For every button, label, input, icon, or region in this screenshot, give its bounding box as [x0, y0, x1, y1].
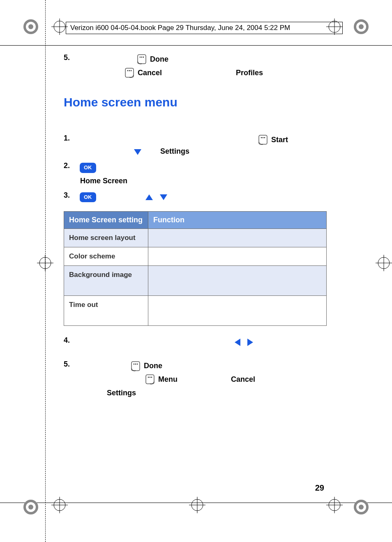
arrow-down-icon: [134, 149, 141, 155]
registration-mark-icon: [21, 16, 41, 37]
svg-rect-41: [259, 135, 267, 144]
svg-point-20: [28, 505, 33, 510]
svg-point-36: [143, 57, 144, 58]
svg-rect-49: [146, 375, 154, 384]
print-header: Verizon i600 04-05-04.book Page 29 Thurs…: [66, 22, 343, 34]
arrow-up-icon: [145, 194, 153, 200]
start-label: Start: [271, 136, 288, 144]
svg-point-39: [129, 70, 130, 71]
setting-cell: Background image: [64, 265, 148, 295]
function-cell: [148, 295, 327, 325]
svg-point-52: [151, 377, 152, 378]
svg-point-32: [359, 505, 364, 510]
arrow-left-icon: [235, 339, 240, 346]
svg-point-34: [140, 57, 141, 58]
crosshair-icon: [51, 497, 68, 513]
function-cell: [148, 228, 327, 247]
svg-point-40: [131, 70, 131, 71]
registration-mark-icon: [351, 497, 371, 517]
svg-point-47: [135, 363, 136, 364]
svg-point-46: [134, 363, 134, 364]
profiles-label: Profiles: [236, 69, 263, 77]
home-screen-settings-table: Home Screen setting Function Home screen…: [64, 211, 327, 326]
svg-point-48: [137, 363, 138, 364]
crosshair-icon: [37, 255, 53, 271]
softkey-left-icon: [131, 361, 140, 372]
softkey-left-icon: [137, 54, 146, 65]
cancel-label: Cancel: [231, 375, 255, 383]
arrow-down-icon: [160, 194, 167, 200]
crosshair-icon: [51, 18, 68, 35]
svg-point-35: [141, 57, 142, 58]
svg-point-11: [359, 24, 364, 29]
crosshair-icon: [376, 255, 392, 271]
function-cell: [148, 265, 327, 295]
step-4: 4.: [64, 336, 327, 348]
step-number: 3.: [64, 191, 78, 200]
svg-point-43: [263, 137, 263, 138]
step-number: 5.: [64, 53, 78, 62]
table-row: Color scheme: [64, 247, 327, 265]
step-number: 5.: [64, 360, 78, 369]
svg-point-2: [28, 24, 33, 29]
settings-label: Settings: [107, 389, 136, 397]
step-2: 2. OK Home Screen: [64, 161, 327, 187]
section-heading: Home screen menu: [64, 95, 327, 109]
registration-mark-icon: [351, 16, 371, 37]
settings-label: Settings: [160, 147, 189, 155]
softkey-right-icon: [145, 374, 154, 385]
crosshair-icon: [326, 497, 343, 513]
step-5-bottom: 5. Done Menu Cancel Settings: [64, 360, 327, 399]
svg-point-42: [261, 137, 262, 138]
softkey-right-icon: [125, 68, 134, 78]
setting-cell: Home screen layout: [64, 228, 148, 247]
step-number: 1.: [64, 134, 78, 143]
registration-mark-icon: [21, 497, 41, 517]
svg-point-38: [127, 70, 128, 71]
svg-rect-37: [125, 68, 134, 77]
table-header-function: Function: [148, 211, 327, 228]
table-row: Home screen layout: [64, 228, 327, 247]
step-1: 1. Start Settings: [64, 134, 327, 158]
done-label: Done: [150, 55, 168, 63]
svg-point-44: [264, 137, 265, 138]
step-5-top: 5. Done Cancel Profiles: [64, 53, 327, 79]
home-screen-label: Home Screen: [80, 177, 127, 185]
function-cell: [148, 247, 327, 265]
table-header-setting: Home Screen setting: [64, 211, 148, 228]
step-number: 2.: [64, 161, 78, 170]
softkey-left-icon: [258, 135, 267, 145]
menu-label: Menu: [158, 375, 178, 383]
step-3: 3. OK: [64, 191, 327, 203]
ok-button-icon: OK: [80, 163, 96, 173]
setting-cell: Time out: [64, 295, 148, 325]
step-number: 4.: [64, 336, 78, 345]
svg-point-50: [148, 377, 149, 378]
page-number: 29: [315, 483, 324, 493]
crosshair-icon: [189, 497, 205, 513]
cancel-label: Cancel: [138, 69, 162, 77]
setting-cell: Color scheme: [64, 247, 148, 265]
ok-button-icon: OK: [80, 192, 96, 203]
svg-point-51: [150, 377, 150, 378]
table-row: Background image: [64, 265, 327, 295]
table-row: Time out: [64, 295, 327, 325]
arrow-right-icon: [247, 339, 253, 346]
done-label: Done: [144, 362, 162, 370]
svg-rect-33: [138, 55, 146, 64]
svg-rect-45: [131, 362, 140, 371]
